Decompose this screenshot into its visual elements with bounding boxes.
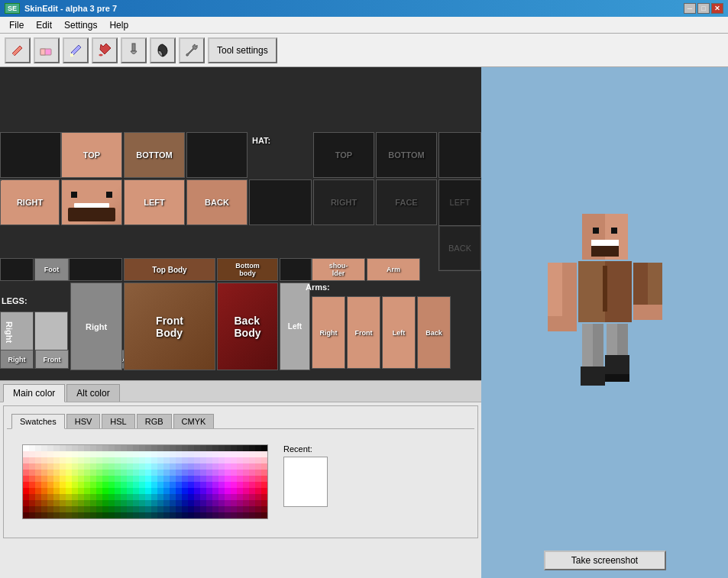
palette-color-cell[interactable] — [231, 451, 237, 457]
palette-color-cell[interactable] — [176, 494, 182, 500]
menu-settings[interactable]: Settings — [58, 18, 103, 32]
palette-color-cell[interactable] — [66, 476, 72, 482]
palette-color-cell[interactable] — [237, 445, 243, 451]
palette-color-cell[interactable] — [163, 463, 170, 470]
palette-color-cell[interactable] — [145, 500, 151, 506]
palette-color-cell[interactable] — [151, 506, 157, 512]
palette-color-cell[interactable] — [102, 451, 108, 457]
recent-color-cell[interactable] — [284, 500, 290, 506]
palette-color-cell[interactable] — [47, 482, 53, 488]
palette-color-cell[interactable] — [200, 470, 206, 476]
palette-color-cell[interactable] — [78, 506, 84, 512]
palette-color-cell[interactable] — [23, 463, 29, 470]
palette-color-cell[interactable] — [206, 457, 212, 463]
palette-color-cell[interactable] — [90, 457, 96, 463]
palette-color-cell[interactable] — [182, 451, 188, 457]
palette-color-cell[interactable] — [115, 470, 121, 476]
palette-color-cell[interactable] — [206, 494, 212, 500]
palette-color-cell[interactable] — [255, 445, 261, 451]
palette-color-cell[interactable] — [66, 488, 72, 494]
palette-color-cell[interactable] — [139, 470, 145, 476]
palette-color-cell[interactable] — [133, 482, 139, 488]
palette-color-cell[interactable] — [151, 470, 157, 476]
palette-color-cell[interactable] — [23, 500, 29, 506]
recent-color-cell[interactable] — [284, 457, 290, 463]
palette-color-cell[interactable] — [157, 482, 163, 488]
palette-color-cell[interactable] — [96, 494, 102, 500]
palette-color-cell[interactable] — [243, 445, 249, 451]
palette-color-cell[interactable] — [78, 463, 84, 470]
palette-color-cell[interactable] — [78, 500, 84, 506]
palette-color-cell[interactable] — [72, 506, 78, 512]
palette-color-cell[interactable] — [139, 445, 145, 451]
palette-color-cell[interactable] — [35, 488, 41, 494]
palette-color-cell[interactable] — [225, 500, 231, 506]
palette-color-cell[interactable] — [41, 494, 47, 500]
palette-color-cell[interactable] — [176, 488, 182, 494]
palette-color-cell[interactable] — [231, 445, 237, 451]
palette-color-cell[interactable] — [231, 494, 237, 500]
palette-color-cell[interactable] — [133, 506, 139, 512]
palette-color-cell[interactable] — [23, 482, 29, 488]
palette-color-cell[interactable] — [151, 482, 157, 488]
recent-color-cell[interactable] — [290, 482, 296, 488]
palette-color-cell[interactable] — [108, 445, 115, 451]
palette-color-cell[interactable] — [41, 451, 47, 457]
palette-color-cell[interactable] — [96, 506, 102, 512]
palette-color-cell[interactable] — [218, 488, 225, 494]
head-right-cell[interactable]: RIGHT — [0, 179, 60, 225]
recent-color-cell[interactable] — [290, 494, 296, 500]
palette-color-cell[interactable] — [127, 482, 133, 488]
palette-color-cell[interactable] — [145, 512, 151, 518]
palette-color-cell[interactable] — [188, 494, 194, 500]
bottom-body-cell[interactable]: Bottombody — [217, 258, 278, 281]
palette-color-cell[interactable] — [29, 506, 35, 512]
hat-bottom-cell[interactable]: BOTTOM — [376, 132, 437, 178]
recent-color-cell[interactable] — [303, 470, 309, 476]
palette-color-cell[interactable] — [121, 488, 127, 494]
recent-color-cell[interactable] — [309, 476, 315, 482]
palette-color-cell[interactable] — [127, 494, 133, 500]
palette-color-cell[interactable] — [29, 500, 35, 506]
palette-color-cell[interactable] — [231, 457, 237, 463]
swatches-tab[interactable]: Swatches — [11, 414, 65, 429]
palette-color-cell[interactable] — [47, 494, 53, 500]
palette-color-cell[interactable] — [53, 506, 60, 512]
palette-color-cell[interactable] — [115, 512, 121, 518]
palette-color-cell[interactable] — [53, 445, 60, 451]
palette-color-cell[interactable] — [218, 494, 225, 500]
palette-color-cell[interactable] — [108, 488, 115, 494]
shoulder-cell[interactable]: shou-lder — [312, 258, 365, 281]
palette-color-cell[interactable] — [225, 451, 231, 457]
palette-color-cell[interactable] — [41, 506, 47, 512]
palette-color-cell[interactable] — [212, 488, 218, 494]
palette-color-cell[interactable] — [255, 512, 261, 518]
palette-color-cell[interactable] — [157, 506, 163, 512]
palette-color-cell[interactable] — [78, 482, 84, 488]
palette-color-cell[interactable] — [41, 488, 47, 494]
palette-color-cell[interactable] — [102, 494, 108, 500]
palette-color-cell[interactable] — [145, 470, 151, 476]
palette-color-cell[interactable] — [96, 476, 102, 482]
palette-color-cell[interactable] — [249, 445, 255, 451]
recent-color-cell[interactable] — [309, 457, 315, 463]
palette-color-cell[interactable] — [66, 500, 72, 506]
palette-color-cell[interactable] — [47, 451, 53, 457]
palette-color-cell[interactable] — [163, 512, 170, 518]
palette-color-cell[interactable] — [243, 488, 249, 494]
recent-color-cell[interactable] — [296, 457, 303, 463]
palette-color-cell[interactable] — [23, 451, 29, 457]
palette-color-cell[interactable] — [157, 451, 163, 457]
palette-color-cell[interactable] — [225, 463, 231, 470]
palette-color-cell[interactable] — [29, 457, 35, 463]
palette-color-cell[interactable] — [200, 512, 206, 518]
palette-color-cell[interactable] — [66, 451, 72, 457]
palette-color-cell[interactable] — [90, 445, 96, 451]
recent-color-cell[interactable] — [296, 482, 303, 488]
palette-color-cell[interactable] — [157, 488, 163, 494]
palette-color-cell[interactable] — [72, 463, 78, 470]
palette-color-cell[interactable] — [243, 482, 249, 488]
palette-color-cell[interactable] — [225, 445, 231, 451]
palette-color-cell[interactable] — [249, 488, 255, 494]
back-body-cell[interactable]: BackBody — [217, 283, 278, 370]
